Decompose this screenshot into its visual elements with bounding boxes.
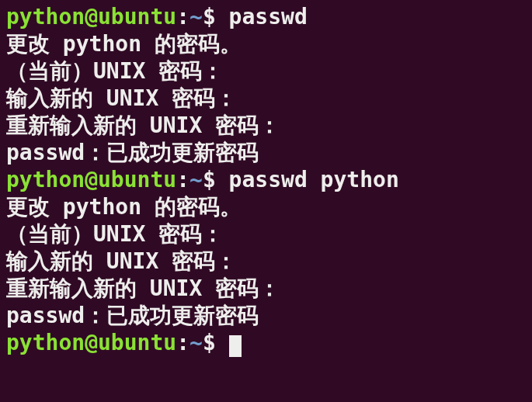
prompt-line-1: python@ubuntu:~$ passwd <box>6 3 526 30</box>
output-line: 更改 python 的密码。 <box>6 30 526 57</box>
output-line: （当前）UNIX 密码： <box>6 57 526 85</box>
user-host: python@ubuntu <box>6 4 176 29</box>
prompt-path: ~ <box>190 4 203 29</box>
prompt-symbol: $ <box>203 4 216 29</box>
prompt-path: ~ <box>190 167 203 192</box>
prompt-path: ~ <box>190 330 203 355</box>
prompt-symbol: $ <box>203 167 216 192</box>
output-line: 输入新的 UNIX 密码： <box>6 85 526 112</box>
prompt-colon: : <box>176 4 190 29</box>
output-line: 重新输入新的 UNIX 密码： <box>6 112 526 139</box>
command-2: passwd python <box>229 167 399 192</box>
output-line: passwd：已成功更新密码 <box>6 139 526 166</box>
prompt-line-3[interactable]: python@ubuntu:~$ <box>6 329 526 356</box>
user-host: python@ubuntu <box>6 330 176 355</box>
prompt-symbol: $ <box>203 330 216 355</box>
output-line: 重新输入新的 UNIX 密码： <box>6 275 526 302</box>
output-line: 输入新的 UNIX 密码： <box>6 248 526 275</box>
command-1: passwd <box>229 4 308 29</box>
terminal[interactable]: python@ubuntu:~$ passwd 更改 python 的密码。 （… <box>6 3 526 356</box>
user-host: python@ubuntu <box>6 167 176 192</box>
prompt-colon: : <box>176 167 190 192</box>
output-line: （当前）UNIX 密码： <box>6 220 526 248</box>
output-line: 更改 python 的密码。 <box>6 193 526 220</box>
cursor-icon <box>229 335 242 357</box>
prompt-colon: : <box>176 330 190 355</box>
prompt-line-2: python@ubuntu:~$ passwd python <box>6 166 526 193</box>
output-line: passwd：已成功更新密码 <box>6 302 526 329</box>
